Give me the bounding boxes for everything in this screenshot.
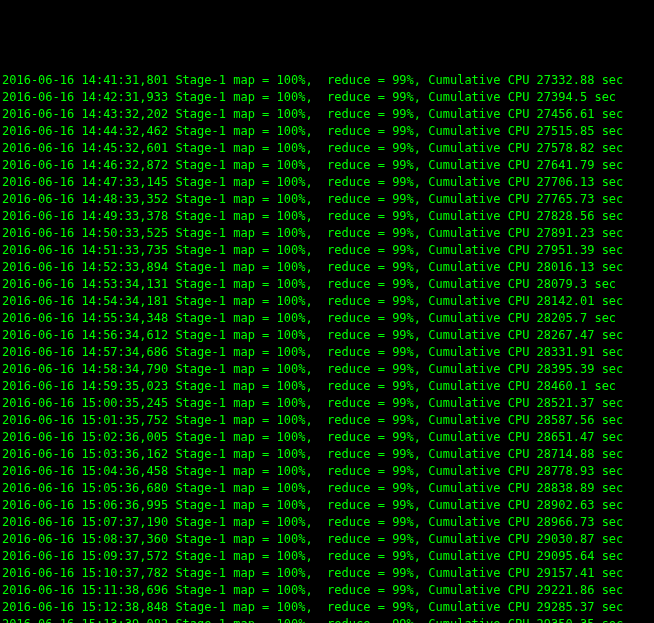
log-line: 2016-06-16 14:46:32,872 Stage-1 map = 10…	[2, 157, 652, 174]
log-line: 2016-06-16 15:02:36,005 Stage-1 map = 10…	[2, 429, 652, 446]
log-line: 2016-06-16 15:12:38,848 Stage-1 map = 10…	[2, 599, 652, 616]
log-line: 2016-06-16 15:11:38,696 Stage-1 map = 10…	[2, 582, 652, 599]
log-line: 2016-06-16 14:41:31,801 Stage-1 map = 10…	[2, 72, 652, 89]
log-line: 2016-06-16 14:45:32,601 Stage-1 map = 10…	[2, 140, 652, 157]
log-line: 2016-06-16 14:58:34,790 Stage-1 map = 10…	[2, 361, 652, 378]
log-line: 2016-06-16 15:05:36,680 Stage-1 map = 10…	[2, 480, 652, 497]
log-line: 2016-06-16 14:56:34,612 Stage-1 map = 10…	[2, 327, 652, 344]
log-line: 2016-06-16 14:51:33,735 Stage-1 map = 10…	[2, 242, 652, 259]
log-line: 2016-06-16 14:49:33,378 Stage-1 map = 10…	[2, 208, 652, 225]
log-line: 2016-06-16 15:06:36,995 Stage-1 map = 10…	[2, 497, 652, 514]
log-line: 2016-06-16 14:55:34,348 Stage-1 map = 10…	[2, 310, 652, 327]
log-line: 2016-06-16 15:04:36,458 Stage-1 map = 10…	[2, 463, 652, 480]
log-line: 2016-06-16 15:03:36,162 Stage-1 map = 10…	[2, 446, 652, 463]
log-line: 2016-06-16 15:08:37,360 Stage-1 map = 10…	[2, 531, 652, 548]
log-line: 2016-06-16 15:01:35,752 Stage-1 map = 10…	[2, 412, 652, 429]
log-line: 2016-06-16 14:48:33,352 Stage-1 map = 10…	[2, 191, 652, 208]
log-line: 2016-06-16 14:44:32,462 Stage-1 map = 10…	[2, 123, 652, 140]
log-line: 2016-06-16 15:09:37,572 Stage-1 map = 10…	[2, 548, 652, 565]
log-line: 2016-06-16 15:00:35,245 Stage-1 map = 10…	[2, 395, 652, 412]
log-line: 2016-06-16 14:43:32,202 Stage-1 map = 10…	[2, 106, 652, 123]
log-line: 2016-06-16 14:42:31,933 Stage-1 map = 10…	[2, 89, 652, 106]
log-line: 2016-06-16 14:47:33,145 Stage-1 map = 10…	[2, 174, 652, 191]
log-line: 2016-06-16 14:54:34,181 Stage-1 map = 10…	[2, 293, 652, 310]
log-line: 2016-06-16 14:57:34,686 Stage-1 map = 10…	[2, 344, 652, 361]
log-line: 2016-06-16 15:10:37,782 Stage-1 map = 10…	[2, 565, 652, 582]
log-line: 2016-06-16 14:50:33,525 Stage-1 map = 10…	[2, 225, 652, 242]
log-line: 2016-06-16 14:52:33,894 Stage-1 map = 10…	[2, 259, 652, 276]
terminal-output[interactable]: 2016-06-16 14:41:31,801 Stage-1 map = 10…	[2, 72, 652, 623]
log-line: 2016-06-16 14:53:34,131 Stage-1 map = 10…	[2, 276, 652, 293]
log-line: 2016-06-16 14:59:35,023 Stage-1 map = 10…	[2, 378, 652, 395]
log-line: 2016-06-16 15:07:37,190 Stage-1 map = 10…	[2, 514, 652, 531]
log-line: 2016-06-16 15:13:39,082 Stage-1 map = 10…	[2, 616, 652, 623]
